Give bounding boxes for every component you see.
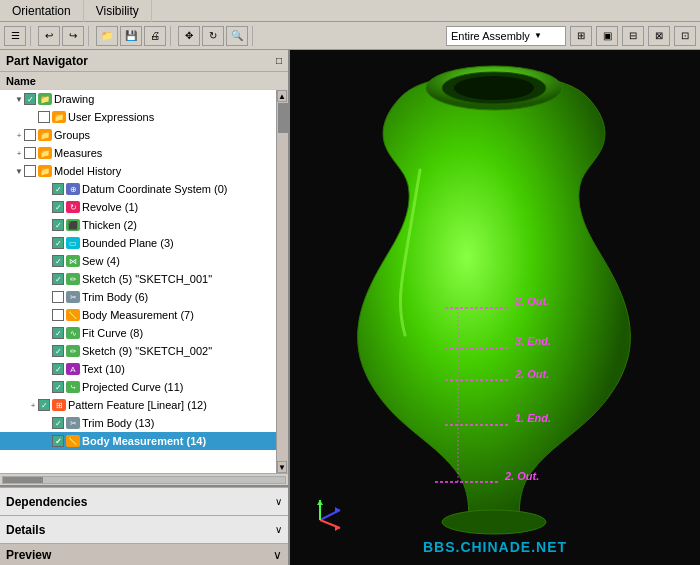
- undo-btn[interactable]: ↩: [38, 26, 60, 46]
- details-label[interactable]: Details: [6, 523, 45, 537]
- tree-feature-icon: ⬛: [66, 219, 80, 231]
- tree-item[interactable]: ✓⬛Thicken (2): [0, 216, 288, 234]
- details-arrow[interactable]: ∨: [275, 524, 282, 535]
- tab-visibility[interactable]: Visibility: [84, 0, 152, 22]
- svg-point-4: [442, 510, 546, 534]
- tree-checkbox[interactable]: [52, 309, 64, 321]
- tree-item[interactable]: ✂Trim Body (6): [0, 288, 288, 306]
- tree-feature-icon: A: [66, 363, 80, 375]
- tree-item-label: Sketch (5) "SKETCH_001": [82, 273, 212, 285]
- grid-btn[interactable]: ⊟: [622, 26, 644, 46]
- tree-checkbox[interactable]: ✓: [52, 435, 64, 447]
- tree-expand-arrow[interactable]: ▼: [14, 95, 24, 104]
- tree-item[interactable]: ✓↻Revolve (1): [0, 198, 288, 216]
- zoom-btn[interactable]: 🔍: [226, 26, 248, 46]
- view-btn[interactable]: ⊡: [674, 26, 696, 46]
- tree-expand-arrow[interactable]: ▼: [14, 167, 24, 176]
- tree-item[interactable]: ✓✏Sketch (5) "SKETCH_001": [0, 270, 288, 288]
- save-btn[interactable]: 💾: [120, 26, 142, 46]
- redo-btn[interactable]: ↪: [62, 26, 84, 46]
- tree-checkbox[interactable]: [24, 147, 36, 159]
- details-section: Details ∨: [0, 515, 288, 543]
- tree-h-scrollbar[interactable]: [0, 473, 288, 485]
- tree-header: Name: [0, 72, 288, 90]
- tree-item-label: Body Measurement (7): [82, 309, 194, 321]
- tree-item[interactable]: +📁Measures: [0, 144, 288, 162]
- tree-checkbox[interactable]: ✓: [52, 327, 64, 339]
- vase-viewport: 2. Out. 3. End. 2. Out. 1. End. 2. Out.: [290, 50, 700, 565]
- rotate-btn[interactable]: ↻: [202, 26, 224, 46]
- tree-checkbox[interactable]: [38, 111, 50, 123]
- select-btn[interactable]: ⊠: [648, 26, 670, 46]
- tab-orientation[interactable]: Orientation: [0, 0, 84, 22]
- tree-checkbox[interactable]: ✓: [52, 255, 64, 267]
- tree-feature-icon: ✏: [66, 273, 80, 285]
- scroll-thumb[interactable]: [278, 103, 288, 133]
- open-btn[interactable]: 📁: [96, 26, 118, 46]
- tree-item[interactable]: ✓📏Body Measurement (14): [0, 432, 288, 450]
- h-scroll-track[interactable]: [2, 476, 286, 484]
- tree-col-name: Name: [6, 75, 36, 87]
- tree-checkbox[interactable]: ✓: [52, 363, 64, 375]
- tree-feature-icon: ↻: [66, 201, 80, 213]
- tree-item[interactable]: ▼📁Model History: [0, 162, 288, 180]
- menu-btn[interactable]: ☰: [4, 26, 26, 46]
- svg-point-3: [454, 76, 534, 100]
- tree-item[interactable]: ✓⤷Projected Curve (11): [0, 378, 288, 396]
- watermark: BBS.CHINADE.NET: [423, 539, 567, 555]
- assembly-dropdown-label: Entire Assembly: [451, 30, 530, 42]
- tree-feature-icon: ✏: [66, 345, 80, 357]
- tree-expand-arrow[interactable]: +: [28, 401, 38, 410]
- assembly-dropdown[interactable]: Entire Assembly ▼: [446, 26, 566, 46]
- tree-item[interactable]: ✓∿Fit Curve (8): [0, 324, 288, 342]
- frame-btn[interactable]: ▣: [596, 26, 618, 46]
- tree-checkbox[interactable]: ✓: [52, 201, 64, 213]
- tree-item[interactable]: ✓▭Bounded Plane (3): [0, 234, 288, 252]
- scroll-up-arrow[interactable]: ▲: [277, 90, 287, 102]
- viewport-panel[interactable]: 2. Out. 3. End. 2. Out. 1. End. 2. Out. …: [290, 50, 700, 565]
- tree-item-label: Drawing: [54, 93, 94, 105]
- tree-area[interactable]: ▼✓📁Drawing 📁User Expressions+📁Groups+📁Me…: [0, 90, 288, 473]
- tree-checkbox[interactable]: ✓: [52, 183, 64, 195]
- tree-expand-arrow[interactable]: +: [14, 131, 24, 140]
- tree-checkbox[interactable]: ✓: [52, 417, 64, 429]
- tree-checkbox[interactable]: ✓: [52, 345, 64, 357]
- tree-checkbox[interactable]: [24, 165, 36, 177]
- move-btn[interactable]: ✥: [178, 26, 200, 46]
- tree-item-label: Text (10): [82, 363, 125, 375]
- tree-checkbox[interactable]: ✓: [52, 381, 64, 393]
- scroll-down-arrow[interactable]: ▼: [277, 461, 287, 473]
- tree-expand-arrow[interactable]: +: [14, 149, 24, 158]
- tree-item[interactable]: ✓✏Sketch (9) "SKETCH_002": [0, 342, 288, 360]
- preview-label[interactable]: Preview: [6, 548, 51, 562]
- tree-checkbox[interactable]: ✓: [38, 399, 50, 411]
- toolbar-sep-4: [252, 26, 256, 46]
- tree-item[interactable]: ✓⋈Sew (4): [0, 252, 288, 270]
- tree-item[interactable]: 📁User Expressions: [0, 108, 288, 126]
- tree-checkbox[interactable]: ✓: [52, 273, 64, 285]
- tree-item[interactable]: ✓⊕Datum Coordinate System (0): [0, 180, 288, 198]
- snap-btn[interactable]: ⊞: [570, 26, 592, 46]
- tree-item[interactable]: 📏Body Measurement (7): [0, 306, 288, 324]
- tree-checkbox[interactable]: ✓: [52, 219, 64, 231]
- preview-arrow[interactable]: ∨: [273, 548, 282, 562]
- tree-item-label: Datum Coordinate System (0): [82, 183, 228, 195]
- tree-checkbox[interactable]: [52, 291, 64, 303]
- tree-checkbox[interactable]: [24, 129, 36, 141]
- tree-item[interactable]: ✓✂Trim Body (13): [0, 414, 288, 432]
- print-btn[interactable]: 🖨: [144, 26, 166, 46]
- tree-checkbox[interactable]: ✓: [52, 237, 64, 249]
- toolbar-sep-1: [30, 26, 34, 46]
- panel-close-btn[interactable]: □: [276, 55, 282, 66]
- tree-scrollbar[interactable]: ▲ ▼: [276, 90, 288, 473]
- h-scroll-thumb[interactable]: [3, 477, 43, 483]
- tree-item[interactable]: ▼✓📁Drawing: [0, 90, 288, 108]
- tree-item[interactable]: +✓⊞Pattern Feature [Linear] (12): [0, 396, 288, 414]
- tree-checkbox[interactable]: ✓: [24, 93, 36, 105]
- dependencies-arrow[interactable]: ∨: [275, 496, 282, 507]
- tree-item[interactable]: ✓AText (10): [0, 360, 288, 378]
- svg-text:2. Out.: 2. Out.: [514, 368, 549, 380]
- tree-item[interactable]: +📁Groups: [0, 126, 288, 144]
- tree-item-label: Groups: [54, 129, 90, 141]
- dependencies-label[interactable]: Dependencies: [6, 495, 87, 509]
